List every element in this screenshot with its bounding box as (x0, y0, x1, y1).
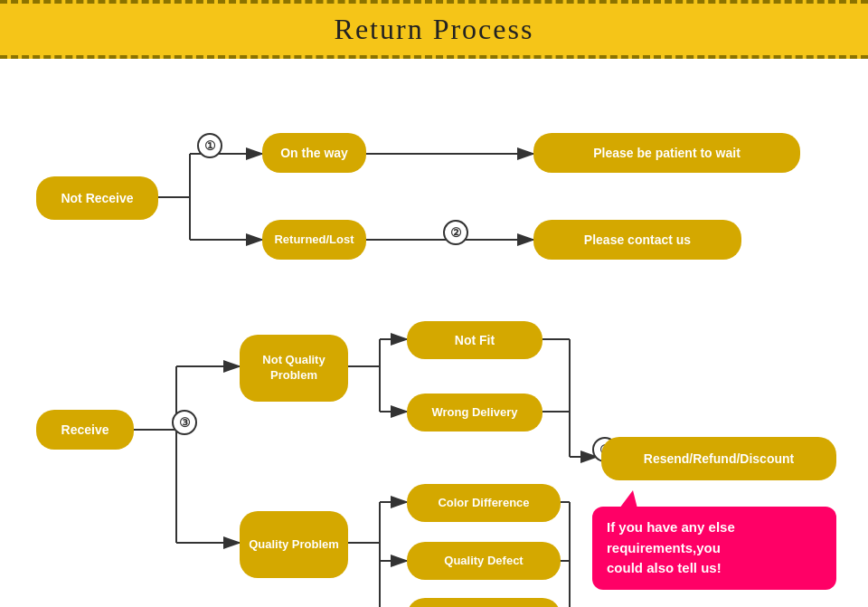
speech-text: If you have any else requirements,you co… (607, 519, 735, 575)
not-receive-box: Not Receive (36, 176, 158, 220)
badge-1: ① (197, 133, 222, 158)
badge-2: ② (443, 220, 468, 245)
badge-3: ③ (172, 410, 197, 435)
color-diff-box: Color Difference (407, 484, 561, 522)
not-quality-box: Not Quality Problem (240, 335, 348, 402)
please-patient-box: Please be patient to wait (533, 133, 800, 173)
wrong-delivery-box: Wrong Delivery (407, 394, 542, 432)
on-the-way-box: On the way (262, 133, 366, 173)
speech-bubble: If you have any else requirements,you co… (592, 507, 836, 590)
receive-box: Receive (36, 410, 134, 450)
please-contact-box: Please contact us (533, 220, 741, 260)
damage-box: Damage (407, 598, 561, 607)
page-header: Return Process (0, 0, 868, 59)
quality-problem-box: Quality Problem (240, 511, 348, 578)
page-title: Return Process (335, 13, 534, 45)
not-fit-box: Not Fit (407, 321, 542, 359)
quality-defect-box: Quality Defect (407, 542, 561, 580)
resend-box: Resend/Refund/Discount (601, 437, 836, 480)
diagram-content: ① ② ③ ④ Not Receive On the way Returned/… (0, 59, 868, 607)
returned-lost-box: Returned/Lost (262, 220, 366, 260)
